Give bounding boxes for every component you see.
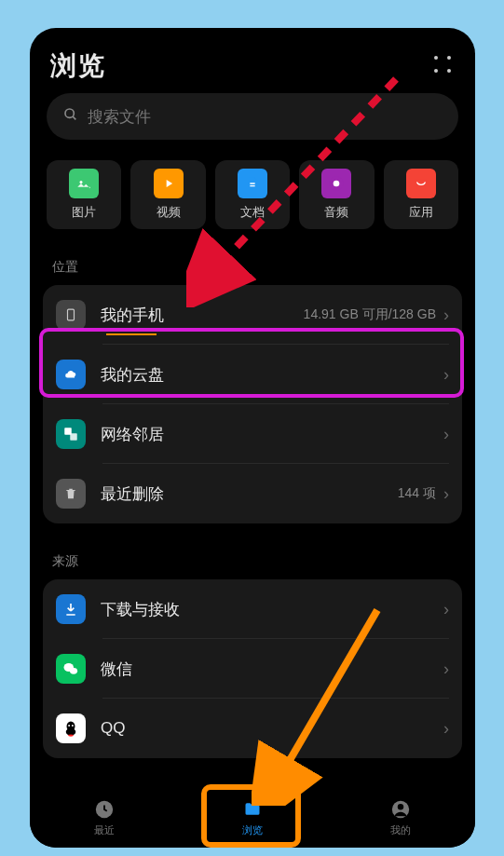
nav-browse[interactable]: 浏览: [241, 798, 264, 837]
chevron-right-icon: ›: [443, 306, 449, 325]
svg-point-14: [72, 725, 74, 727]
svg-rect-8: [70, 433, 77, 441]
chevron-right-icon: ›: [443, 425, 449, 444]
cloud-icon: [56, 360, 86, 389]
download-icon: [56, 594, 86, 624]
chevron-right-icon: ›: [443, 719, 449, 739]
search-icon: [63, 107, 78, 126]
qq-icon: [56, 713, 86, 743]
document-icon: [238, 169, 267, 198]
my-phone-item[interactable]: 我的手机 14.91 GB 可用/128 GB ›: [43, 285, 462, 345]
my-cloud-item[interactable]: 我的云盘 ›: [43, 345, 462, 404]
search-input[interactable]: 搜索文件: [47, 93, 458, 140]
header-bar: 浏览: [30, 28, 475, 97]
app-icon: [406, 169, 436, 198]
svg-point-13: [68, 725, 70, 727]
location-section-label: 位置: [30, 229, 475, 285]
source-section-label: 来源: [30, 523, 475, 579]
qq-item[interactable]: QQ ›: [43, 699, 462, 758]
download-receive-item[interactable]: 下载与接收 ›: [43, 579, 462, 639]
chevron-right-icon: ›: [443, 600, 449, 619]
category-images[interactable]: 图片: [47, 160, 121, 229]
recent-delete-item[interactable]: 最近删除 144 项 ›: [43, 464, 462, 523]
folder-icon: [241, 798, 264, 821]
nav-mine[interactable]: 我的: [389, 798, 412, 837]
category-audio[interactable]: 音频: [299, 160, 374, 229]
svg-point-0: [65, 109, 74, 117]
svg-line-1: [73, 116, 75, 119]
svg-rect-6: [68, 309, 75, 320]
phone-icon: [56, 300, 86, 330]
category-documents[interactable]: 文档: [215, 160, 290, 229]
page-title: 浏览: [50, 48, 106, 84]
menu-grid-icon[interactable]: [434, 56, 455, 76]
clock-icon: [93, 798, 116, 821]
svg-point-5: [334, 181, 340, 187]
trash-icon: [56, 479, 86, 509]
location-list: 我的手机 14.91 GB 可用/128 GB › 我的云盘 › 网络邻居 ›: [43, 285, 462, 523]
category-row: 图片 视频 文档 音频: [30, 140, 475, 229]
search-placeholder: 搜索文件: [88, 106, 151, 128]
image-icon: [69, 169, 99, 198]
video-icon: [154, 169, 184, 198]
svg-point-15: [68, 734, 74, 736]
network-neighbor-item[interactable]: 网络邻居 ›: [43, 404, 462, 464]
wechat-icon: [56, 654, 86, 684]
wechat-item[interactable]: 微信 ›: [43, 639, 462, 699]
underline-decoration: [106, 333, 157, 335]
category-videos[interactable]: 视频: [130, 160, 205, 229]
svg-point-18: [398, 804, 403, 809]
phone-frame: 浏览 搜索文件 图片 视频: [30, 28, 475, 848]
svg-point-10: [70, 668, 77, 674]
person-icon: [389, 798, 412, 821]
bottom-nav-bar: 最近 浏览 我的: [30, 787, 475, 848]
category-apps[interactable]: 应用: [384, 160, 458, 229]
chevron-right-icon: ›: [443, 365, 449, 385]
chevron-right-icon: ›: [443, 484, 449, 504]
source-list: 下载与接收 › 微信 › QQ ›: [43, 579, 462, 758]
network-icon: [56, 419, 86, 449]
chevron-right-icon: ›: [443, 659, 449, 679]
nav-recent[interactable]: 最近: [93, 798, 116, 837]
audio-icon: [321, 169, 351, 198]
svg-point-3: [80, 181, 83, 183]
